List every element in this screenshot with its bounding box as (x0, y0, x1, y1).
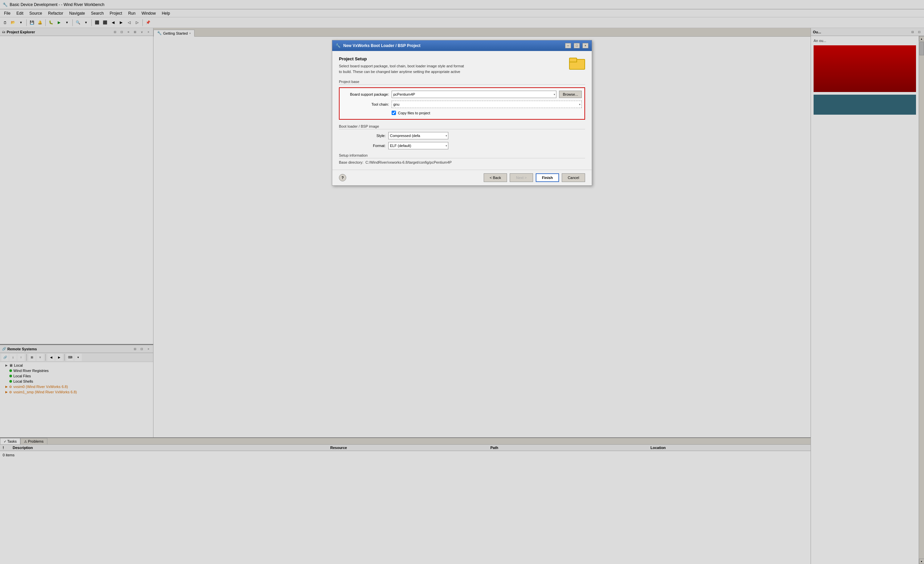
toolchain-row: Tool chain: gnu ▾ (342, 101, 582, 108)
dialog-section-title: Project Setup (339, 56, 564, 61)
bootloader-section: Boot loader / BSP image Style: Compresse… (339, 124, 585, 149)
style-select[interactable]: Compressed (defa (388, 132, 448, 139)
bsp-select-wrapper: pcPentium4P ▾ (392, 91, 556, 98)
modal-close-btn[interactable]: × (582, 43, 588, 48)
project-base-section: Project base Board support package: pcPe… (339, 80, 585, 120)
base-directory-row: Base directory: C:/WindRiver/vxworks-6.8… (339, 160, 585, 165)
modal-titlebar: 🔧 New VxWorks Boot Loader / BSP Project … (332, 40, 592, 51)
bsp-label: Board support package: (342, 92, 389, 96)
bootloader-section-title: Boot loader / BSP image (339, 124, 585, 129)
modal-dialog: 🔧 New VxWorks Boot Loader / BSP Project … (332, 40, 592, 186)
next-button[interactable]: Next > (510, 174, 533, 182)
browse-button[interactable]: Browse... (559, 91, 582, 98)
toolchain-select-wrapper: gnu ▾ (392, 101, 582, 108)
format-row: Format: ELF (default) ▾ (339, 142, 585, 149)
format-select-wrapper: ELF (default) ▾ (388, 142, 448, 149)
finish-button[interactable]: Finish (536, 174, 559, 182)
base-directory-value: C:/WindRiver/vxworks-6.8/target/config/p… (365, 160, 452, 165)
toolchain-label: Tool chain: (342, 102, 389, 106)
toolchain-select[interactable]: gnu (392, 101, 582, 108)
modal-overlay: 🔧 New VxWorks Boot Loader / BSP Project … (0, 0, 924, 564)
copy-files-checkbox[interactable] (392, 111, 396, 115)
style-row: Style: Compressed (defa ▾ (339, 132, 585, 139)
modal-icon: 🔧 (336, 43, 340, 48)
bsp-row: Board support package: pcPentium4P ▾ Bro… (342, 91, 582, 98)
dialog-folder-icon (569, 56, 585, 71)
bsp-select[interactable]: pcPentium4P (392, 91, 556, 98)
modal-maximize-btn[interactable]: □ (574, 43, 580, 48)
copy-files-row: Copy files to project (392, 111, 582, 115)
style-select-wrapper: Compressed (defa ▾ (388, 132, 448, 139)
back-button[interactable]: < Back (484, 174, 507, 182)
help-button[interactable]: ? (339, 174, 346, 181)
modal-minimize-btn[interactable]: ─ (565, 43, 571, 48)
copy-files-label[interactable]: Copy files to project (398, 111, 430, 115)
dialog-description: Select board support package, tool chain… (339, 63, 564, 74)
cancel-button[interactable]: Cancel (562, 174, 585, 182)
format-label: Format: (339, 144, 386, 148)
modal-footer: ? < Back Next > Finish Cancel (332, 170, 592, 186)
setup-info-section: Setup information Base directory: C:/Win… (339, 153, 585, 165)
highlight-box: Board support package: pcPentium4P ▾ Bro… (339, 87, 585, 120)
base-directory-label: Base directory: (339, 160, 363, 165)
style-label: Style: (339, 134, 386, 138)
setup-info-title: Setup information (339, 153, 585, 159)
project-base-label: Project base (339, 80, 585, 85)
format-select[interactable]: ELF (default) (388, 142, 448, 149)
modal-title: New VxWorks Boot Loader / BSP Project (343, 43, 562, 48)
modal-body: Project Setup Select board support packa… (332, 51, 592, 170)
